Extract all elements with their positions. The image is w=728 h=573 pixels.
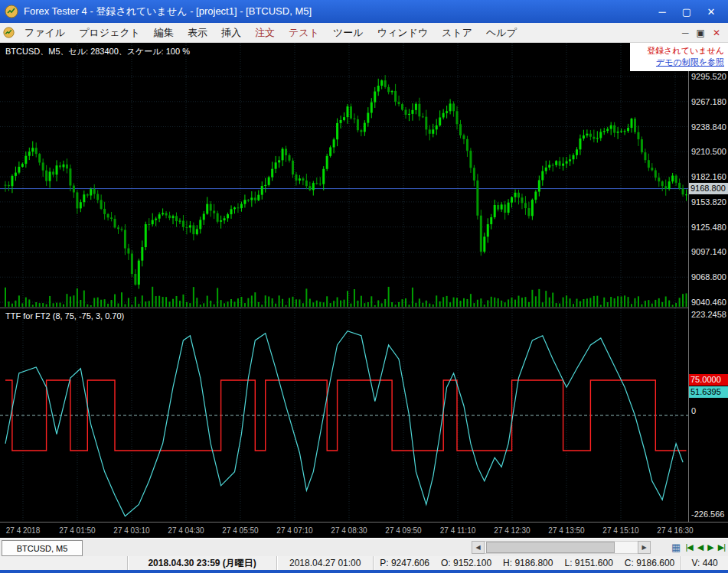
mdi-minimize-button[interactable]: ─ <box>682 28 689 38</box>
indicator-cyan-value-badge: 51.6395 <box>689 386 728 398</box>
status-open: O: 9152.100 <box>441 558 491 568</box>
chart-symbol-label: BTCUSD、M5、セル: 283400、スケール: 100 % <box>5 46 190 57</box>
current-price-badge: 9168.800 <box>689 183 728 194</box>
mdi-restore-button[interactable]: ▣ <box>697 28 705 38</box>
status-volume: V: 440 <box>681 556 728 570</box>
menu-app-icon <box>3 27 15 38</box>
nav-last-button[interactable]: ▶| <box>718 541 725 554</box>
chart-scrollbar[interactable]: ◀ ▶ <box>472 541 651 554</box>
menu-items: ファイルプロジェクト編集表示挿入注文テストツールウィンドウストアヘルプ <box>18 24 524 42</box>
time-axis-label: 27 4 05:50 <box>222 526 258 535</box>
price-chart-canvas[interactable] <box>0 43 688 308</box>
price-axis-label: 9040.460 <box>691 298 726 307</box>
demo-limits-link[interactable]: デモの制限を参照 <box>656 57 724 67</box>
time-axis-label: 27 4 01:50 <box>59 526 95 535</box>
status-high: H: 9186.800 <box>503 558 553 568</box>
chart-tab-row: BTCUSD, M5 ◀ ▶ ▦ |◀ ◀ ▶ ▶| <box>0 538 728 556</box>
menu-item-8[interactable]: ツール <box>326 24 371 42</box>
price-axis-label: 9295.520 <box>691 72 726 81</box>
price-axis-label: 9210.500 <box>691 147 726 156</box>
menu-item-11[interactable]: ヘルプ <box>479 24 524 42</box>
maximize-button[interactable]: ▢ <box>674 2 699 21</box>
tab-btcusd-m5[interactable]: BTCUSD, M5 <box>2 540 83 556</box>
app-icon <box>5 5 18 18</box>
menu-item-7[interactable]: テスト <box>282 24 326 42</box>
time-axis-label: 27 4 04:30 <box>168 526 204 535</box>
scrollbar-track[interactable] <box>485 541 638 554</box>
candlesticks <box>5 75 688 288</box>
menu-item-2[interactable]: プロジェクト <box>72 24 147 42</box>
price-axis-label: 9238.840 <box>691 122 726 132</box>
menu-item-1[interactable]: ファイル <box>18 24 72 42</box>
indicator-axis-top-label: 223.2458 <box>691 310 726 319</box>
status-price: P: 9247.606 <box>380 558 429 568</box>
time-axis-label: 27 4 12:30 <box>494 526 530 535</box>
time-axis-label: 27 4 15:10 <box>602 526 638 535</box>
price-axis[interactable]: 9168.800 223.2458 75.0000 51.6395 0 -226… <box>688 43 728 522</box>
minimize-button[interactable]: ─ <box>650 2 674 21</box>
menu-item-9[interactable]: ウィンドウ <box>371 24 436 42</box>
menu-bar: ファイルプロジェクト編集表示挿入注文テストツールウィンドウストアヘルプ ─ ▣ … <box>0 23 728 43</box>
price-axis-label: 9125.480 <box>691 223 726 232</box>
status-test-date: 2018.04.30 23:59 (月曜日) <box>128 556 277 570</box>
scroll-left-button[interactable]: ◀ <box>472 541 485 554</box>
status-spacer <box>0 556 128 570</box>
registration-notice: 登録されていません デモの制限を参照 <box>630 43 728 71</box>
indicator-name-label: TTF for FT2 (8, 75, -75, 3, 0.70) <box>5 311 124 321</box>
menu-item-10[interactable]: ストア <box>435 24 479 42</box>
nav-first-button[interactable]: |◀ <box>685 541 692 554</box>
price-axis-label: 9068.800 <box>691 272 726 282</box>
status-ohlc: P: 9247.606 O: 9152.100 H: 9186.800 L: 9… <box>374 556 681 570</box>
mdi-close-button[interactable]: ✕ <box>713 28 720 38</box>
close-button[interactable]: ✕ <box>699 2 723 21</box>
volume-bars <box>5 287 687 307</box>
scroll-right-button[interactable]: ▶ <box>638 541 651 554</box>
price-axis-label: 9153.820 <box>691 197 726 207</box>
mdi-window-controls: ─ ▣ ✕ <box>682 28 725 38</box>
status-close: C: 9186.600 <box>625 558 674 568</box>
status-bar: 2018.04.30 23:59 (月曜日) 2018.04.27 01:00 … <box>0 556 728 570</box>
menu-item-6[interactable]: 注文 <box>248 24 282 42</box>
chart-grid-icon[interactable]: ▦ <box>671 541 681 554</box>
price-axis-label: 9182.160 <box>691 172 726 181</box>
nav-next-button[interactable]: ▶ <box>707 541 713 554</box>
price-axis-label: 9097.140 <box>691 247 726 256</box>
time-axis-label: 27 4 07:10 <box>276 526 312 535</box>
time-axis-label: 27 4 11:10 <box>440 526 476 535</box>
time-axis-label: 27 4 08:30 <box>331 526 367 535</box>
time-axis-label: 27 4 13:50 <box>548 526 584 535</box>
indicator-red-value-badge: 75.0000 <box>689 374 728 386</box>
menu-item-5[interactable]: 挿入 <box>214 24 248 42</box>
app-window: Forex Tester 4 - 登録されていません - [project1] … <box>0 0 728 573</box>
menu-item-4[interactable]: 表示 <box>181 24 214 42</box>
price-axis-label: 9267.180 <box>691 97 726 106</box>
time-axis-label: 27 4 09:50 <box>385 526 421 535</box>
window-bottom-border <box>0 570 728 573</box>
status-low: L: 9151.600 <box>564 558 612 568</box>
time-axis-label: 27 4 16:30 <box>657 526 693 535</box>
chart-area: BTCUSD、M5、セル: 283400、スケール: 100 % TTF for… <box>0 43 728 538</box>
menu-item-3[interactable]: 編集 <box>147 24 181 42</box>
chart-nav-buttons: ▦ |◀ ◀ ▶ ▶| <box>671 541 725 554</box>
indicator-canvas[interactable] <box>0 308 688 522</box>
time-axis-label: 27 4 2018 <box>6 526 41 535</box>
title-bar: Forex Tester 4 - 登録されていません - [project1] … <box>0 0 728 23</box>
pane-divider[interactable] <box>0 308 688 308</box>
status-bar-time: 2018.04.27 01:00 <box>277 556 374 570</box>
nav-prev-button[interactable]: ◀ <box>697 541 703 554</box>
scrollbar-thumb[interactable] <box>486 542 615 553</box>
indicator-axis-bottom-label: -226.566 <box>691 510 724 519</box>
window-title: Forex Tester 4 - 登録されていません - [project1] … <box>24 5 312 18</box>
ttf-oscillator-line <box>5 331 683 516</box>
time-axis[interactable]: 27 4 201827 4 01:5027 4 03:1027 4 04:302… <box>0 522 728 538</box>
time-axis-label: 27 4 03:10 <box>113 526 149 535</box>
indicator-axis-zero-label: 0 <box>691 406 696 415</box>
unregistered-label: 登録されていません <box>634 45 724 57</box>
